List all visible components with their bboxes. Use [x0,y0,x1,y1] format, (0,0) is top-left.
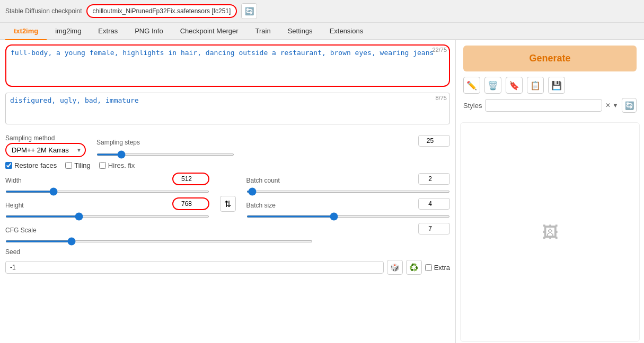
width-group: Width [5,173,209,194]
styles-refresh-button[interactable]: 🔄 [622,98,637,113]
pencil-button[interactable]: ✏️ [463,77,480,94]
dimensions-row: Width Height ⇅ [5,173,450,219]
batch-count-group: Batch count [246,173,451,194]
save-icon-button[interactable]: 💾 [548,77,565,94]
restore-faces-checkbox[interactable]: Restore faces [5,161,57,169]
left-panel: 22/75 full-body, a young female, highlig… [0,40,456,343]
height-slider[interactable] [5,215,209,218]
seed-group: Seed 🎲 ♻️ Extra [5,248,450,275]
main-tabs: txt2img img2img Extras PNG Info Checkpoi… [0,23,644,40]
options-checkboxes: Restore faces Tiling Hires. fix [5,161,450,169]
clipboard-button[interactable]: 📋 [527,77,544,94]
negative-counter: 8/75 [436,95,447,101]
batch-size-label: Batch size [246,202,276,209]
batch-size-slider[interactable] [246,215,451,218]
styles-row: Styles ✕ ▼ 🔄 [463,98,637,113]
sampling-steps-group: Sampling steps 25 [96,134,450,157]
height-input[interactable] [172,197,209,210]
cfg-scale-label: CFG Scale [5,227,37,234]
cfg-scale-input[interactable] [418,223,450,234]
seed-label: Seed [5,248,450,256]
tab-img2img[interactable]: img2img [47,23,90,40]
trash-button[interactable]: 🗑️ [484,77,501,94]
seed-recycle-button[interactable]: ♻️ [406,260,422,275]
sampling-method-label: Sampling method [5,134,86,142]
tab-train[interactable]: Train [247,23,279,40]
styles-label: Styles [463,102,482,110]
batch-size-input[interactable] [418,198,450,210]
right-panel: Generate ✏️ 🗑️ 🔖 📋 💾 Styles ✕ ▼ 🔄 🖼 [456,40,644,343]
batch-size-group: Batch size [246,197,451,219]
extra-label: Extra [434,264,450,272]
tab-checkpoint-merger[interactable]: Checkpoint Merger [172,23,247,40]
tab-extras[interactable]: Extras [90,23,126,40]
positive-prompt-input[interactable]: full-body, a young female, highlights in… [5,44,450,87]
height-label: Height [5,202,24,209]
sampling-method-dropdown-wrap: DPM++ 2M Karras ▼ [5,143,86,157]
generate-button[interactable]: Generate [463,46,637,71]
batch-count-slider[interactable] [246,191,451,193]
swap-dimensions-button-wrap: ⇅ [220,173,236,219]
width-input[interactable] [172,173,209,185]
seed-input[interactable] [5,261,384,274]
restore-faces-label: Restore faces [14,161,57,169]
tab-txt2img[interactable]: txt2img [5,23,47,40]
batch-count-input[interactable] [418,173,450,185]
wh-group: Width Height [5,173,209,219]
checkpoint-label: Stable Diffusion checkpoint [5,7,82,15]
positive-counter: 22/75 [432,47,447,53]
refresh-checkpoint-button[interactable]: 🔄 [241,3,257,19]
action-icons-row: ✏️ 🗑️ 🔖 📋 💾 [463,77,637,94]
sampling-row: Sampling method DPM++ 2M Karras ▼ Sampli… [5,130,450,157]
sampling-method-group: Sampling method DPM++ 2M Karras ▼ [5,130,86,157]
negative-prompt-input[interactable]: disfigured, ugly, bad, immature [5,93,450,124]
styles-clear-icon[interactable]: ✕ ▼ [605,102,619,109]
tiling-label: Tiling [74,161,91,169]
sampling-steps-input[interactable]: 25 [418,135,450,147]
sampling-steps-label: Sampling steps [96,139,140,146]
extra-checkbox[interactable]: Extra [425,264,450,272]
styles-input[interactable] [485,99,602,112]
image-display-area: 🖼 [460,122,640,342]
checkpoint-selector[interactable]: chilloutmix_NiPrunedFp32Fix.safetensors … [86,4,237,18]
batch-group: Batch count Batch size [246,173,451,219]
cfg-scale-slider[interactable] [5,240,313,242]
width-label: Width [5,177,22,184]
negative-prompt-area: 8/75 disfigured, ugly, bad, immature [5,93,450,126]
height-group: Height [5,197,209,219]
hires-fix-checkbox[interactable]: Hires. fix [99,161,135,169]
batch-count-label: Batch count [246,177,280,184]
tab-png-info[interactable]: PNG Info [126,23,171,40]
tab-settings[interactable]: Settings [279,23,321,40]
seed-row: 🎲 ♻️ Extra [5,260,450,275]
cfg-scale-group: CFG Scale [5,222,450,244]
hires-fix-label: Hires. fix [108,161,135,169]
width-slider[interactable] [5,191,209,193]
swap-dimensions-button[interactable]: ⇅ [220,196,236,212]
sampling-method-select[interactable]: DPM++ 2M Karras [5,143,86,157]
top-bar: Stable Diffusion checkpoint chilloutmix_… [0,0,644,23]
sampling-steps-slider[interactable] [96,154,234,156]
image-placeholder-icon: 🖼 [542,223,558,241]
tab-extensions[interactable]: Extensions [321,23,372,40]
main-area: 22/75 full-body, a young female, highlig… [0,40,644,343]
bookmark-button[interactable]: 🔖 [506,77,523,94]
positive-prompt-area: 22/75 full-body, a young female, highlig… [5,44,450,88]
right-top: Generate ✏️ 🗑️ 🔖 📋 💾 Styles ✕ ▼ 🔄 [456,40,644,118]
tiling-checkbox[interactable]: Tiling [65,161,91,169]
seed-dice-button[interactable]: 🎲 [387,260,403,275]
